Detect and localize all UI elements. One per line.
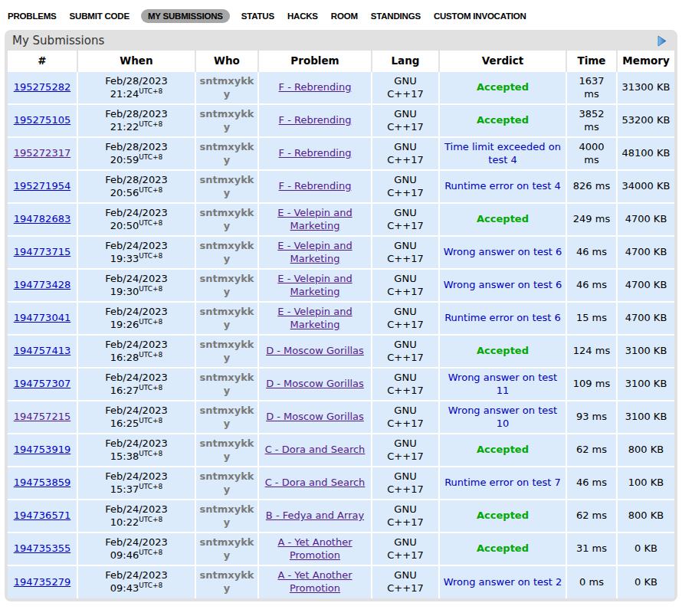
problem-link[interactable]: F - Rebrending: [279, 180, 352, 192]
timezone-label: UTC+8: [139, 350, 162, 358]
submission-when: Feb/24/2023 16:28UTC+8: [77, 335, 195, 368]
submission-date: Feb/28/2023: [81, 174, 192, 187]
submission-id-link[interactable]: 194782683: [14, 213, 70, 224]
nav-my-submissions[interactable]: MY SUBMISSIONS: [141, 9, 230, 23]
submission-runtime: 15 ms: [566, 302, 617, 335]
user-handle-link[interactable]: sntmxykky: [200, 141, 254, 165]
user-handle-link[interactable]: sntmxykky: [200, 207, 254, 231]
submission-date: Feb/24/2023: [81, 339, 192, 352]
submission-row: 194753919 Feb/24/2023 15:38UTC+8 sntmxyk…: [8, 434, 674, 467]
nav-problems[interactable]: PROBLEMS: [6, 9, 58, 23]
submission-when: Feb/24/2023 15:38UTC+8: [77, 434, 195, 467]
submission-id-link[interactable]: 194757215: [14, 411, 70, 422]
submission-date: Feb/24/2023: [81, 405, 192, 418]
user-handle-link[interactable]: sntmxykky: [200, 536, 254, 561]
problem-link[interactable]: A - Yet Another Promotion: [277, 536, 352, 561]
user-handle-link[interactable]: sntmxykky: [200, 306, 254, 330]
timezone-label: UTC+8: [139, 416, 162, 424]
user-handle-link[interactable]: sntmxykky: [200, 437, 254, 462]
submission-date: Feb/24/2023: [81, 372, 192, 385]
problem-link[interactable]: C - Dora and Search: [265, 477, 366, 488]
user-handle-link[interactable]: sntmxykky: [200, 273, 254, 297]
user-handle-link[interactable]: sntmxykky: [200, 405, 254, 429]
submission-id-link[interactable]: 195275105: [14, 114, 70, 126]
submission-id-link[interactable]: 194735279: [14, 576, 70, 588]
nav-custom-invocation[interactable]: CUSTOM INVOCATION: [432, 9, 528, 23]
submission-lang: GNU C++17: [372, 565, 439, 598]
submission-memory: 800 KB: [617, 434, 674, 467]
expand-arrow-icon[interactable]: [657, 35, 667, 47]
problem-link[interactable]: B - Fedya and Array: [266, 510, 364, 521]
timezone-label: UTC+8: [139, 449, 162, 457]
timezone-label: UTC+8: [139, 284, 162, 292]
submission-row: 194735279 Feb/24/2023 09:43UTC+8 sntmxyk…: [8, 565, 674, 598]
verdict-text: Runtime error on test 7: [444, 477, 561, 488]
problem-link[interactable]: E - Velepin and Marketing: [277, 240, 352, 264]
verdict-text: Runtime error on test 6: [444, 312, 561, 323]
verdict-text: Accepted: [477, 114, 529, 126]
submission-id-link[interactable]: 194757413: [14, 345, 70, 356]
submission-id-link[interactable]: 194753859: [14, 477, 70, 488]
submissions-panel: My Submissions: [5, 30, 677, 601]
submission-time-of-day: 21:24UTC+8: [81, 88, 192, 101]
problem-link[interactable]: C - Dora and Search: [265, 444, 366, 455]
submission-id-link[interactable]: 194773041: [14, 312, 70, 323]
user-handle-link[interactable]: sntmxykky: [200, 174, 254, 198]
user-handle-link[interactable]: sntmxykky: [200, 240, 254, 264]
problem-link[interactable]: D - Moscow Gorillas: [266, 345, 364, 356]
user-handle-link[interactable]: sntmxykky: [200, 569, 254, 594]
problem-link[interactable]: F - Rebrending: [279, 147, 352, 159]
problem-link[interactable]: E - Velepin and Marketing: [277, 273, 352, 297]
submission-runtime: 0 ms: [566, 565, 617, 598]
verdict-text: Wrong answer on test 11: [448, 372, 557, 396]
submission-id-link[interactable]: 195271954: [14, 180, 70, 192]
submission-when: Feb/24/2023 10:22UTC+8: [77, 500, 195, 532]
user-handle-link[interactable]: sntmxykky: [200, 372, 254, 396]
problem-link[interactable]: A - Yet Another Promotion: [277, 569, 352, 594]
nav-standings[interactable]: STANDINGS: [369, 9, 422, 23]
problem-link[interactable]: E - Velepin and Marketing: [277, 306, 352, 330]
submission-runtime: 93 ms: [566, 401, 617, 434]
submission-id-link[interactable]: 194753919: [14, 444, 70, 455]
problem-link[interactable]: D - Moscow Gorillas: [266, 411, 364, 422]
timezone-label: UTC+8: [139, 548, 162, 555]
problem-link[interactable]: F - Rebrending: [279, 114, 352, 126]
submission-memory: 34000 KB: [617, 170, 674, 203]
submission-id-link[interactable]: 194736571: [14, 510, 70, 521]
verdict-text: Accepted: [477, 81, 529, 93]
user-handle-link[interactable]: sntmxykky: [200, 339, 254, 363]
submission-time-of-day: 15:38UTC+8: [81, 451, 192, 464]
verdict-text: Accepted: [477, 213, 529, 224]
submission-when: Feb/24/2023 15:37UTC+8: [77, 467, 195, 500]
submission-row: 195271954 Feb/28/2023 20:56UTC+8 sntmxyk…: [8, 170, 674, 203]
submission-when: Feb/28/2023 20:56UTC+8: [77, 170, 195, 203]
user-handle-link[interactable]: sntmxykky: [200, 503, 254, 528]
problem-link[interactable]: D - Moscow Gorillas: [266, 378, 364, 389]
submission-when: Feb/28/2023 21:22UTC+8: [77, 104, 195, 137]
nav-submit-code[interactable]: SUBMIT CODE: [68, 9, 131, 23]
submission-memory: 4700 KB: [617, 302, 674, 335]
submission-id-link[interactable]: 194773428: [14, 279, 70, 290]
submission-memory: 48100 KB: [617, 137, 674, 170]
submission-id-link[interactable]: 194735355: [14, 542, 70, 554]
col-header-when: When: [77, 51, 195, 71]
submission-id-link[interactable]: 195275282: [14, 81, 70, 93]
submission-time-of-day: 19:33UTC+8: [81, 253, 192, 266]
user-handle-link[interactable]: sntmxykky: [200, 470, 254, 495]
submission-memory: 0 KB: [617, 565, 674, 598]
nav-hacks[interactable]: HACKS: [286, 9, 320, 23]
nav-room[interactable]: ROOM: [330, 9, 359, 23]
nav-status[interactable]: STATUS: [240, 9, 276, 23]
user-handle-link[interactable]: sntmxykky: [200, 75, 254, 100]
submission-runtime: 46 ms: [566, 467, 617, 500]
problem-link[interactable]: F - Rebrending: [279, 81, 352, 93]
submission-id-link[interactable]: 194773715: [14, 246, 70, 257]
panel-title: My Submissions: [12, 34, 104, 48]
submission-when: Feb/24/2023 09:43UTC+8: [77, 565, 195, 598]
submission-id-link[interactable]: 194757307: [14, 378, 70, 389]
submission-id-link[interactable]: 195272317: [14, 147, 70, 159]
submission-row: 194757307 Feb/24/2023 16:27UTC+8 sntmxyk…: [8, 368, 674, 401]
problem-link[interactable]: E - Velepin and Marketing: [277, 207, 352, 231]
user-handle-link[interactable]: sntmxykky: [200, 108, 254, 133]
timezone-label: UTC+8: [139, 152, 162, 160]
